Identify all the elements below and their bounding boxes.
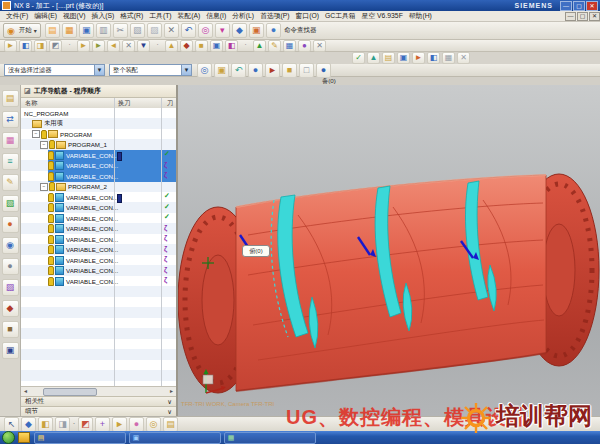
tree-row-program_2[interactable]: −PROGRAM_2 (21, 182, 176, 193)
tree-row-variable_con[interactable]: VARIABLE_CON...ζ (21, 161, 176, 172)
edit-op-icon[interactable]: ✎ (268, 40, 281, 52)
menu-item[interactable]: 分析(L) (229, 11, 257, 21)
magnifier-icon[interactable]: ◎ (146, 417, 161, 432)
dependencies-section[interactable]: 相关性 ∨ (21, 396, 176, 406)
command-finder-label[interactable]: 命令查找器 (284, 26, 317, 35)
collapse-icon[interactable]: − (40, 183, 48, 191)
part-navigator-icon[interactable]: ▦ (2, 132, 19, 149)
vector-icon[interactable]: ► (265, 63, 280, 78)
column-path[interactable]: 刀 (167, 99, 173, 108)
people-icon[interactable]: ● (129, 417, 144, 432)
cut-levels-icon[interactable]: ▦ (283, 40, 296, 52)
taskbar-app-3[interactable]: ▦ (224, 432, 316, 444)
menu-item[interactable]: 首选项(P) (257, 11, 292, 21)
process-studio-icon[interactable]: ▨ (2, 279, 19, 296)
select-body-icon[interactable]: ◄ (107, 40, 120, 52)
child-close-button[interactable]: ✕ (589, 12, 600, 21)
taskbar-app-2[interactable]: ▣ (129, 432, 221, 444)
window-display-icon[interactable]: ▣ (249, 23, 264, 38)
orient-icon[interactable]: ↶ (231, 63, 246, 78)
create-geometry-icon[interactable]: ■ (195, 40, 208, 52)
deselect-icon[interactable]: ✕ (122, 40, 135, 52)
tree-row-program[interactable]: −PROGRAM (21, 129, 176, 140)
postprocess-icon[interactable]: ▤ (382, 52, 395, 64)
tree-row-program_1[interactable]: −PROGRAM_1 (21, 140, 176, 151)
selection-scope-combo[interactable]: 整个装配 ▼ (109, 64, 192, 76)
simulate-icon[interactable]: ▲ (367, 52, 380, 64)
workpiece-icon[interactable]: ▣ (214, 63, 229, 78)
new-part-icon[interactable]: ▤ (45, 23, 60, 38)
open-icon[interactable]: ▦ (62, 23, 77, 38)
assembly-load-icon[interactable]: ◧ (19, 40, 32, 52)
output-flag-icon[interactable]: ► (412, 52, 425, 64)
tree-row-nc_program[interactable]: NC_PROGRAM (21, 108, 176, 119)
machine-sim-icon[interactable]: ● (298, 40, 311, 52)
selection-mode-icon[interactable]: ► (4, 40, 17, 52)
collapse-icon[interactable]: − (40, 141, 48, 149)
tree-row-variable_con[interactable]: VARIABLE_CON...ζ (21, 224, 176, 235)
command-finder-icon[interactable]: ◎ (198, 23, 213, 38)
solid-box-icon[interactable]: ■ (282, 63, 297, 78)
assembly-navigator-icon[interactable]: ▤ (2, 90, 19, 107)
list-output-icon[interactable]: ◧ (427, 52, 440, 64)
collapse-icon[interactable]: − (32, 130, 40, 138)
plus-icon[interactable]: + (95, 417, 110, 432)
tree-row-variable_con[interactable]: VARIABLE_CON...ζ (21, 234, 176, 245)
snap-mid-icon[interactable]: ◆ (21, 417, 36, 432)
browser-icon[interactable]: ◩ (49, 40, 62, 52)
paste-icon[interactable]: ▨ (147, 23, 162, 38)
operation-navigator-icon[interactable]: ≡ (2, 153, 19, 170)
tree-row-variable_con[interactable]: VARIABLE_CON...✓ (21, 203, 176, 214)
menu-item[interactable]: 插入(S) (89, 11, 118, 21)
reuse-library-icon[interactable]: ▧ (2, 195, 19, 212)
minimize-button[interactable]: — (560, 1, 572, 11)
select-face-icon[interactable]: ► (77, 40, 90, 52)
touch-mode-icon[interactable]: ▾ (215, 23, 230, 38)
tree-row-[interactable]: 未用项 (21, 119, 176, 130)
tree-row-variable_con[interactable]: VARIABLE_CON...✓ (21, 150, 176, 161)
create-tool-icon[interactable]: ◆ (180, 40, 193, 52)
constraint-navigator-icon[interactable]: ⇄ (2, 111, 19, 128)
select-cursor-icon[interactable]: ↖ (4, 417, 19, 432)
web-browser-icon[interactable]: ● (2, 216, 19, 233)
system-materials-icon[interactable]: ▣ (2, 342, 19, 359)
roles-icon[interactable]: ■ (2, 321, 19, 338)
quick-launch-icon[interactable] (18, 432, 30, 443)
menu-item[interactable]: 信息(I) (203, 11, 229, 21)
menu-item[interactable]: 窗口(O) (293, 11, 322, 21)
restore-button[interactable]: ▢ (573, 1, 585, 11)
scroll-left-icon[interactable]: ◄ (23, 388, 28, 394)
verify-toolpath-icon[interactable]: ✓ (352, 52, 365, 64)
machining-wizard-icon[interactable]: ✎ (2, 174, 19, 191)
menu-item[interactable]: 工具(T) (146, 11, 174, 21)
pan-view-icon[interactable]: ● (266, 23, 281, 38)
menu-item[interactable]: 装配(A) (175, 11, 204, 21)
globe-icon[interactable]: ● (316, 63, 331, 78)
horizontal-scrollbar[interactable]: ◄ ► (21, 386, 176, 396)
selection-filter-combo[interactable]: 没有选择过滤器 ▼ (4, 64, 105, 76)
palette-icon[interactable]: ◩ (78, 417, 93, 432)
create-method-icon[interactable]: ▣ (210, 40, 223, 52)
start-orb-icon[interactable] (2, 431, 15, 444)
layers-icon[interactable]: ▤ (163, 417, 178, 432)
pick-filter-icon[interactable]: ▼ (137, 40, 150, 52)
cut-icon[interactable]: ✂ (113, 23, 128, 38)
menu-item[interactable]: 帮助(H) (406, 11, 435, 21)
delete-op-icon[interactable]: ✕ (313, 40, 326, 52)
save-icon[interactable]: ▣ (79, 23, 94, 38)
snap-point-icon[interactable]: ◎ (197, 63, 212, 78)
menu-item[interactable]: 星空 V6.935F (359, 11, 406, 21)
copy-icon[interactable]: ▧ (130, 23, 145, 38)
internet-icon[interactable]: ◉ (2, 237, 19, 254)
select-edge-icon[interactable]: ► (92, 40, 105, 52)
undo-icon[interactable]: ↶ (181, 23, 196, 38)
scrollbar-thumb[interactable] (43, 388, 97, 396)
close-output-icon[interactable]: ✕ (457, 52, 470, 64)
print-icon[interactable]: ▥ (96, 23, 111, 38)
tree-row-variable_con[interactable]: VARIABLE_CON...ζ (21, 266, 176, 277)
tree-row-variable_con[interactable]: VARIABLE_CON...ζ (21, 245, 176, 256)
snap-end-icon[interactable]: ◧ (38, 417, 53, 432)
curve-rule-icon[interactable]: ► (112, 417, 127, 432)
close-button[interactable]: ✕ (586, 1, 598, 11)
scroll-right-icon[interactable]: ► (169, 388, 174, 394)
